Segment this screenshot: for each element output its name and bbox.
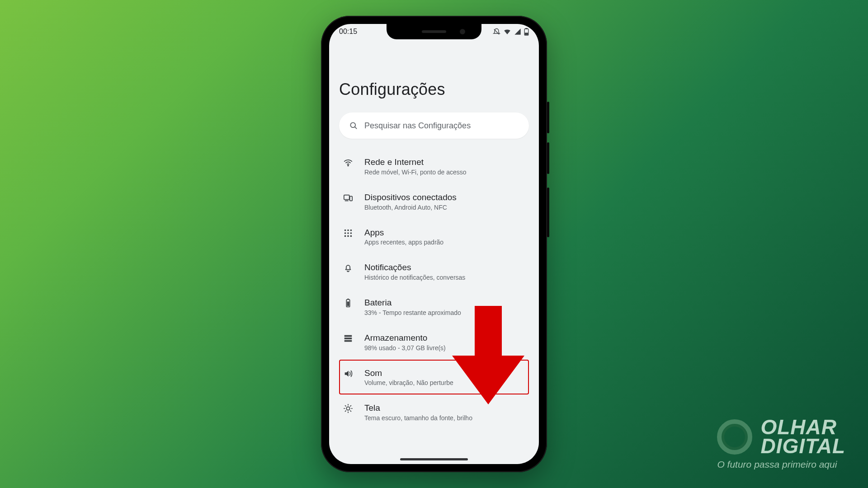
search-icon bbox=[349, 121, 358, 130]
settings-item-title: Armazenamento bbox=[364, 333, 446, 343]
settings-item-devices[interactable]: Dispositivos conectadosBluetooth, Androi… bbox=[339, 184, 529, 219]
watermark: OLHAR DIGITAL O futuro passa primeiro aq… bbox=[717, 418, 845, 470]
svg-rect-7 bbox=[350, 196, 353, 201]
sound-icon bbox=[342, 368, 354, 379]
svg-point-11 bbox=[350, 229, 352, 231]
svg-point-9 bbox=[344, 229, 346, 231]
settings-item-battery[interactable]: Bateria33% - Tempo restante aproximado bbox=[339, 289, 529, 324]
status-icons bbox=[493, 28, 529, 36]
svg-point-14 bbox=[350, 232, 352, 234]
settings-item-subtitle: 98% usado - 3,07 GB livre(s) bbox=[364, 344, 446, 352]
svg-point-5 bbox=[348, 165, 349, 166]
settings-item-sound[interactable]: SomVolume, vibração, Não perturbe bbox=[339, 360, 529, 395]
settings-item-title: Notificações bbox=[364, 262, 465, 273]
search-input[interactable]: Pesquisar nas Configurações bbox=[339, 113, 529, 139]
svg-point-24 bbox=[346, 407, 349, 410]
settings-item-storage[interactable]: Armazenamento98% usado - 3,07 GB livre(s… bbox=[339, 324, 529, 360]
svg-rect-19 bbox=[347, 299, 349, 300]
wifi-status-icon bbox=[503, 28, 511, 36]
wifi-icon bbox=[342, 157, 354, 168]
settings-item-subtitle: Volume, vibração, Não perturbe bbox=[364, 379, 453, 386]
settings-item-subtitle: 33% - Tempo restante aproximado bbox=[364, 309, 461, 316]
watermark-tagline: O futuro passa primeiro aqui bbox=[717, 459, 845, 470]
settings-item-subtitle: Histórico de notificações, conversas bbox=[364, 274, 465, 281]
status-time: 00:15 bbox=[339, 28, 357, 36]
battery-icon bbox=[342, 297, 354, 308]
phone-mockup: 00:15 Configurações Pesquisar nas Config… bbox=[321, 16, 547, 472]
phone-screen: 00:15 Configurações Pesquisar nas Config… bbox=[329, 24, 539, 464]
signal-icon bbox=[514, 28, 521, 35]
svg-point-15 bbox=[344, 235, 346, 237]
settings-item-apps[interactable]: AppsApps recentes, apps padrão bbox=[339, 219, 529, 254]
settings-item-display[interactable]: TelaTema escuro, tamanho da fonte, brilh… bbox=[339, 394, 529, 430]
bell-icon bbox=[342, 262, 354, 273]
display-icon bbox=[342, 403, 354, 413]
dnd-off-icon bbox=[493, 28, 500, 36]
settings-item-subtitle: Rede móvel, Wi-Fi, ponto de acesso bbox=[364, 169, 467, 176]
svg-rect-23 bbox=[344, 340, 352, 342]
svg-line-4 bbox=[355, 127, 357, 129]
settings-item-title: Rede e Internet bbox=[364, 157, 467, 168]
settings-item-title: Som bbox=[364, 368, 453, 379]
volume-up-button bbox=[547, 102, 549, 133]
svg-rect-2 bbox=[525, 33, 528, 35]
phone-notch bbox=[387, 24, 481, 39]
settings-item-subtitle: Apps recentes, apps padrão bbox=[364, 239, 443, 246]
battery-status-icon bbox=[524, 28, 529, 36]
settings-item-title: Apps bbox=[364, 227, 443, 238]
svg-point-13 bbox=[347, 232, 349, 234]
search-placeholder: Pesquisar nas Configurações bbox=[364, 121, 471, 131]
home-indicator bbox=[400, 458, 468, 460]
svg-rect-1 bbox=[526, 28, 527, 29]
svg-rect-21 bbox=[344, 335, 352, 337]
svg-point-10 bbox=[347, 229, 349, 231]
settings-item-network[interactable]: Rede e InternetRede móvel, Wi-Fi, ponto … bbox=[339, 149, 529, 184]
devices-icon bbox=[342, 192, 354, 203]
volume-down-button bbox=[547, 142, 549, 174]
settings-item-title: Bateria bbox=[364, 297, 461, 308]
svg-point-12 bbox=[344, 232, 346, 234]
svg-point-17 bbox=[350, 235, 352, 237]
settings-item-title: Tela bbox=[364, 403, 472, 413]
page-title: Configurações bbox=[339, 80, 529, 99]
settings-item-title: Dispositivos conectados bbox=[364, 192, 457, 203]
storage-icon bbox=[342, 333, 354, 343]
settings-item-notif[interactable]: NotificaçõesHistórico de notificações, c… bbox=[339, 254, 529, 289]
svg-rect-6 bbox=[344, 195, 349, 199]
settings-list: Rede e InternetRede móvel, Wi-Fi, ponto … bbox=[339, 149, 529, 430]
svg-rect-22 bbox=[344, 338, 352, 339]
settings-item-subtitle: Bluetooth, Android Auto, NFC bbox=[364, 204, 457, 211]
svg-point-16 bbox=[347, 235, 349, 237]
apps-icon bbox=[342, 227, 354, 238]
settings-item-subtitle: Tema escuro, tamanho da fonte, brilho bbox=[364, 414, 472, 422]
watermark-line2: DIGITAL bbox=[760, 437, 845, 455]
svg-rect-20 bbox=[347, 301, 349, 306]
watermark-logo-icon bbox=[717, 419, 752, 455]
power-button bbox=[547, 188, 549, 237]
background: 00:15 Configurações Pesquisar nas Config… bbox=[0, 0, 868, 488]
